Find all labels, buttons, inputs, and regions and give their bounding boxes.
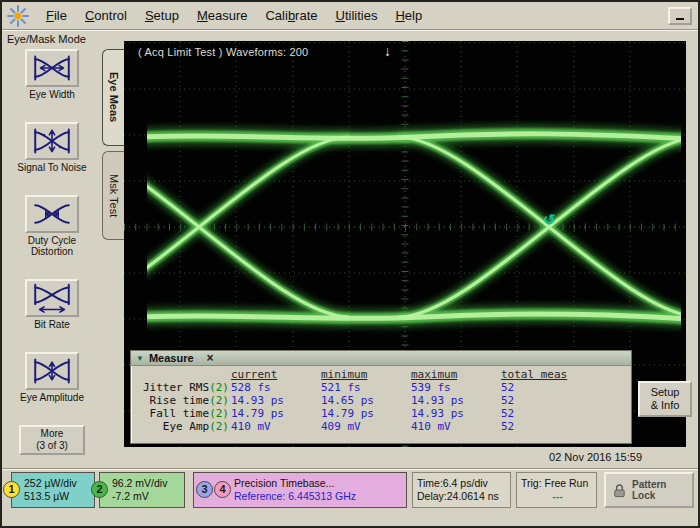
channel3-badge: 3 bbox=[196, 481, 213, 498]
trigger-value: --- bbox=[521, 490, 594, 503]
cell-value: 410 mV bbox=[411, 420, 501, 433]
menu-item-calibrate[interactable]: Calibrate bbox=[256, 5, 326, 26]
time-scale: Time:6.4 ps/div bbox=[417, 477, 508, 490]
menu-item-control[interactable]: Control bbox=[76, 5, 136, 26]
tool-label: Signal To Noise bbox=[17, 162, 86, 173]
tab-msk-test[interactable]: Msk Test bbox=[102, 151, 124, 240]
cell-value: 14.65 ps bbox=[321, 394, 411, 407]
channel2-badge: 2 bbox=[91, 481, 108, 498]
cell-value: 52 bbox=[501, 407, 611, 420]
tool-label: Eye Amplitude bbox=[20, 392, 84, 403]
col-header-minimum: minimum bbox=[321, 368, 411, 381]
collapse-icon[interactable]: ▼ bbox=[136, 354, 144, 363]
cell-value: 521 fs bbox=[321, 381, 411, 394]
trigger-marker-icon: ↓ bbox=[384, 43, 391, 59]
trigger-mode: Trig: Free Run bbox=[521, 477, 594, 490]
cell-value: 528 fs bbox=[231, 381, 321, 394]
measure-panel-title: Measure bbox=[149, 352, 194, 364]
cell-value: 52 bbox=[501, 394, 611, 407]
tool-label: Eye Width bbox=[29, 89, 75, 100]
measure-toolbar: Eye Width Signal To Noise bbox=[2, 47, 102, 455]
col-header-total-meas: total meas bbox=[501, 368, 611, 381]
channel1-status-box[interactable]: 1 252 µW/div 513.5 µW bbox=[11, 472, 95, 508]
measure-panel: ▼ Measure × current minimum maximum tota… bbox=[130, 350, 632, 444]
menu-separator bbox=[2, 29, 698, 31]
tool-eye-width: Eye Width bbox=[25, 49, 79, 100]
scope-display: ( Acq Limit Test ) Waveforms: 200 ↓ ↺ ▼ … bbox=[124, 41, 686, 447]
eye-amplitude-button[interactable] bbox=[25, 352, 79, 390]
signal-to-noise-button[interactable] bbox=[25, 122, 79, 160]
cell-value: 14.93 ps bbox=[411, 394, 501, 407]
setup-info-button[interactable]: Setup & Info bbox=[638, 381, 692, 417]
channel-badge: (2) bbox=[209, 381, 229, 394]
menu-bar: File Control Setup Measure Calibrate Uti… bbox=[2, 2, 698, 29]
duty-cycle-distortion-icon bbox=[29, 199, 75, 229]
channel4-badge: 4 bbox=[214, 481, 231, 498]
channel-badge: (2) bbox=[209, 420, 229, 433]
cell-value: 409 mV bbox=[321, 420, 411, 433]
measure-table: current minimum maximum total meas Jitte… bbox=[131, 366, 631, 433]
time-delay: Delay:24.0614 ns bbox=[417, 490, 508, 503]
tab-eye-meas[interactable]: Eye Meas bbox=[102, 49, 124, 146]
channel-badge: (2) bbox=[209, 394, 229, 407]
lock-icon bbox=[612, 483, 627, 498]
menu-item-utilities[interactable]: Utilities bbox=[327, 5, 387, 26]
signal-to-noise-icon bbox=[29, 126, 75, 156]
datetime-display: 02 Nov 2016 15:59 bbox=[549, 451, 642, 463]
tool-bit-rate: Bit Rate bbox=[25, 279, 79, 330]
row-label: Rise time(2) bbox=[135, 394, 231, 407]
tool-label: Bit Rate bbox=[34, 319, 70, 330]
cell-value: 14.79 ps bbox=[321, 407, 411, 420]
col-header-current: current bbox=[231, 368, 321, 381]
cell-value: 14.93 ps bbox=[411, 407, 501, 420]
duty-cycle-distortion-button[interactable] bbox=[25, 195, 79, 233]
minimize-icon bbox=[676, 18, 684, 20]
rotate-arrow-icon: ↺ bbox=[543, 211, 556, 229]
tool-duty-cycle-distortion: Duty Cycle Distortion bbox=[15, 195, 89, 257]
menu-item-help[interactable]: Help bbox=[386, 5, 431, 26]
eye-width-button[interactable] bbox=[25, 49, 79, 87]
close-icon[interactable]: × bbox=[207, 351, 214, 365]
row-label: Jitter RMS(2) bbox=[135, 381, 231, 394]
channel1-offset: 513.5 µW bbox=[24, 490, 92, 503]
bit-rate-button[interactable] bbox=[25, 279, 79, 317]
eye-amplitude-icon bbox=[29, 356, 75, 386]
more-button[interactable]: More (3 of 3) bbox=[19, 425, 85, 455]
cell-value: 14.79 ps bbox=[231, 407, 321, 420]
menu-item-measure[interactable]: Measure bbox=[188, 5, 257, 26]
trigger-status-box[interactable]: Trig: Free Run --- bbox=[516, 472, 597, 508]
cell-value: 52 bbox=[501, 420, 611, 433]
menu-item-setup[interactable]: Setup bbox=[136, 5, 188, 26]
tool-label: Duty Cycle Distortion bbox=[15, 235, 89, 257]
timebase-label: Precision Timebase... bbox=[234, 477, 404, 490]
timebase-reference: Reference: 6.445313 GHz bbox=[234, 490, 404, 503]
tool-eye-amplitude: Eye Amplitude bbox=[20, 352, 84, 403]
row-label: Fall time(2) bbox=[135, 407, 231, 420]
cell-value: 52 bbox=[501, 381, 611, 394]
menu-item-file[interactable]: File bbox=[37, 5, 76, 26]
col-header-maximum: maximum bbox=[411, 368, 501, 381]
channel2-offset: -7.2 mV bbox=[112, 490, 182, 503]
channel1-badge: 1 bbox=[3, 481, 20, 498]
channel-badge: (2) bbox=[209, 407, 229, 420]
channel1-scale: 252 µW/div bbox=[24, 477, 92, 490]
cell-value: 14.93 ps bbox=[231, 394, 321, 407]
tool-signal-to-noise: Signal To Noise bbox=[17, 122, 86, 173]
acq-limit-text: ( Acq Limit Test ) Waveforms: 200 bbox=[138, 46, 308, 58]
time-status-box[interactable]: Time:6.4 ps/div Delay:24.0614 ns bbox=[412, 472, 511, 508]
minimize-button[interactable] bbox=[668, 7, 692, 25]
statusbar-separator bbox=[2, 468, 698, 470]
measure-panel-titlebar[interactable]: ▼ Measure × bbox=[131, 351, 631, 366]
bit-rate-icon bbox=[29, 283, 75, 313]
app-logo-icon bbox=[7, 5, 29, 27]
app-window: File Control Setup Measure Calibrate Uti… bbox=[0, 0, 700, 528]
row-label: Eye Amp(2) bbox=[135, 420, 231, 433]
cell-value: 539 fs bbox=[411, 381, 501, 394]
channel2-status-box[interactable]: 2 96.2 mV/div -7.2 mV bbox=[99, 472, 185, 508]
eye-width-icon bbox=[29, 53, 75, 83]
mode-label: Eye/Mask Mode bbox=[7, 33, 86, 45]
channel2-scale: 96.2 mV/div bbox=[112, 477, 182, 490]
cell-value: 410 mV bbox=[231, 420, 321, 433]
precision-timebase-box[interactable]: 3 4 Precision Timebase... Reference: 6.4… bbox=[193, 472, 407, 508]
pattern-lock-button[interactable]: Pattern Lock bbox=[604, 472, 694, 508]
